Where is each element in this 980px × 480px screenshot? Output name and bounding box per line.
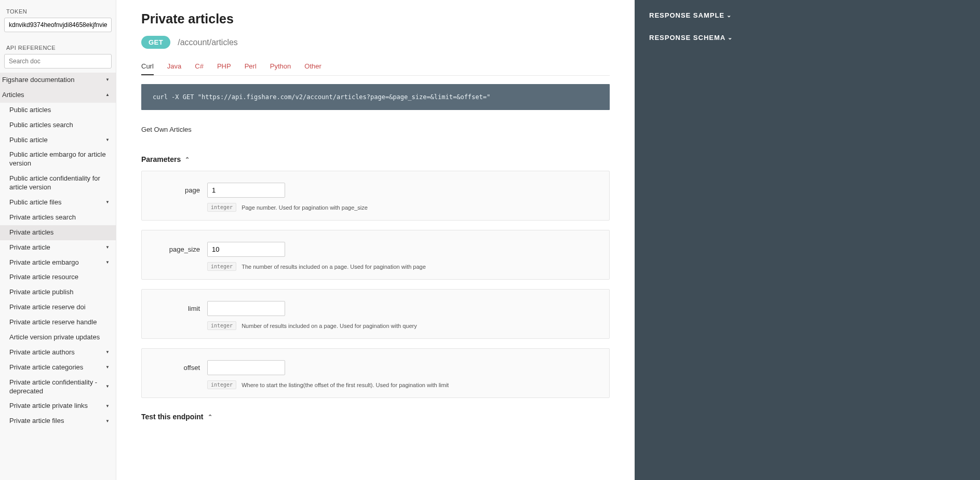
sidebar-item-label: Private article reserve doi [9,303,86,312]
chevron-up-icon: ⌃ [185,156,190,163]
lang-tab[interactable]: Perl [245,59,257,75]
sidebar-item[interactable]: Private articles [0,225,116,240]
sidebar-item[interactable]: Private article confidentiality - deprec… [0,375,116,399]
parameters-heading-label: Parameters [141,155,181,163]
sidebar-item-label: Public articles [9,106,51,115]
lang-tab[interactable]: C# [195,59,204,75]
parameter-card: limitintegerNumber of results included o… [141,289,610,339]
sidebar-item-label: Private articles [9,228,53,237]
sidebar-item[interactable]: Private article reserve handle [0,315,116,330]
caret-down-icon: ▼ [104,419,111,424]
sidebar-item-label: Private articles search [9,213,76,222]
lang-tab[interactable]: Curl [141,59,154,75]
sidebar-item-label: Public article confidentiality for artic… [9,174,111,192]
response-sample-heading[interactable]: RESPONSE SAMPLE ⌄ [649,9,965,32]
sidebar-item-label: Article version private updates [9,333,100,342]
parameter-input[interactable] [207,183,285,198]
sidebar-item-label: Private article confidentiality - deprec… [9,378,104,396]
sidebar-item[interactable]: Private article embargo▼ [0,255,116,270]
parameters-list: pageintegerPage number. Used for paginat… [141,171,610,398]
parameter-input[interactable] [207,301,285,316]
sidebar-item-label: Public article [9,136,48,145]
sidebar-item[interactable]: Figshare documentation▼ [0,73,116,88]
parameter-input[interactable] [207,360,285,375]
search-input[interactable] [4,54,112,68]
parameters-heading[interactable]: Parameters ⌃ [141,155,610,163]
sidebar-item[interactable]: Article version private updates [0,330,116,345]
test-endpoint-heading[interactable]: Test this endpoint ⌃ [141,413,610,421]
lang-tab[interactable]: Other [304,59,321,75]
lang-tab[interactable]: Java [167,59,181,75]
sidebar-item[interactable]: Private article resource [0,270,116,285]
sidebar-item[interactable]: Private article authors▼ [0,345,116,360]
parameter-name: offset [154,364,200,372]
test-endpoint-label: Test this endpoint [141,413,204,421]
parameter-input[interactable] [207,242,285,257]
chevron-down-icon: ⌄ [727,12,732,19]
caret-down-icon: ▼ [104,404,111,409]
sidebar-item-label: Private article [9,243,50,252]
parameter-type-badge: integer [207,380,236,389]
lang-tab[interactable]: Python [270,59,291,75]
parameter-description: Where to start the listing(the offset of… [241,382,449,388]
sidebar-tree: Figshare documentation▼Articles▲Public a… [0,73,116,429]
sidebar-item-label: Public article files [9,198,61,207]
sidebar-item[interactable]: Public article files▼ [0,195,116,210]
parameter-name: limit [154,305,200,312]
sidebar-item-label: Articles [2,91,24,100]
token-input[interactable] [4,18,112,32]
sidebar-item[interactable]: Public article embargo for article versi… [0,147,116,171]
sidebar-item[interactable]: Private article publish [0,285,116,300]
caret-down-icon: ▼ [104,365,111,370]
caret-down-icon: ▼ [104,260,111,265]
sidebar-item-label: Private article resource [9,273,78,282]
chevron-down-icon: ⌄ [728,34,733,41]
caret-down-icon: ▼ [104,77,111,83]
sidebar-item[interactable]: Private article private links▼ [0,399,116,414]
sidebar-item-label: Private article private links [9,402,88,410]
response-schema-label: RESPONSE SCHEMA [649,34,726,42]
sidebar-item[interactable]: Private article categories▼ [0,360,116,375]
method-row: GET /account/articles [141,36,610,49]
sidebar-item-label: Public article embargo for article versi… [9,150,111,168]
parameter-description: Page number. Used for pagination with pa… [241,204,368,211]
sidebar-item-label: Private article authors [9,348,75,357]
parameter-description: The number of results included on a page… [241,264,426,270]
caret-up-icon: ▲ [104,92,111,98]
sidebar-item[interactable]: Private article files▼ [0,414,116,429]
parameter-type-badge: integer [207,321,236,330]
sidebar-item-label: Private article files [9,417,64,426]
parameter-card: page_sizeintegerThe number of results in… [141,230,610,280]
parameter-name: page_size [154,245,200,253]
sidebar-item-label: Figshare documentation [2,76,74,85]
caret-down-icon: ▼ [104,245,111,250]
sidebar-item[interactable]: Private article reserve doi [0,300,116,315]
language-tabs: CurlJavaC#PHPPerlPythonOther [141,59,610,76]
sidebar-item[interactable]: Private article▼ [0,240,116,255]
code-sample[interactable]: curl -X GET "https://api.figshare.com/v2… [141,84,610,110]
parameter-card: offsetintegerWhere to start the listing(… [141,348,610,398]
page-title: Private articles [141,11,610,26]
sidebar-item[interactable]: Public articles search [0,118,116,133]
sidebar-item-label: Private article categories [9,363,83,372]
lang-tab[interactable]: PHP [217,59,231,75]
parameter-card: pageintegerPage number. Used for paginat… [141,171,610,221]
sidebar-item[interactable]: Public article confidentiality for artic… [0,171,116,195]
parameter-name: page [154,186,200,194]
token-label: TOKEN [4,4,112,18]
parameter-type-badge: integer [207,262,236,271]
sidebar-item-label: Private article reserve handle [9,318,97,327]
caret-down-icon: ▼ [104,350,111,355]
parameter-description: Number of results included on a page. Us… [241,323,417,329]
response-panel: RESPONSE SAMPLE ⌄ RESPONSE SCHEMA ⌄ [635,0,980,480]
caret-down-icon: ▼ [104,384,111,389]
caret-down-icon: ▼ [104,138,111,143]
sidebar-item[interactable]: Public article▼ [0,133,116,148]
sidebar-item[interactable]: Articles▲ [0,88,116,103]
sidebar-item[interactable]: Public articles [0,103,116,118]
http-method-badge: GET [141,36,170,49]
sidebar-item[interactable]: Private articles search [0,210,116,225]
response-schema-heading[interactable]: RESPONSE SCHEMA ⌄ [649,32,965,54]
sidebar-item-label: Private article publish [9,288,74,297]
response-sample-label: RESPONSE SAMPLE [649,11,724,19]
